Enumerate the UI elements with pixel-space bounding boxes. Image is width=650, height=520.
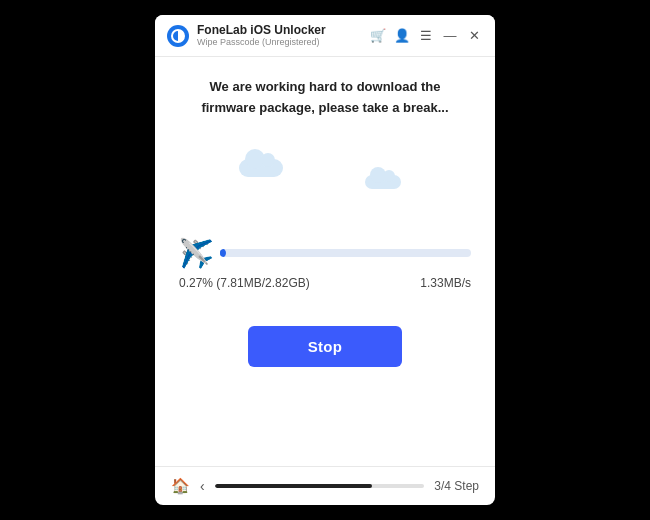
progress-dot [220,249,226,257]
progress-stats: 0.27% (7.81MB/2.82GB) 1.33MB/s [179,276,471,290]
airplane-icon: ✈️ [179,237,214,270]
footer: 🏠 ‹ 3/4 Step [155,466,495,505]
title-bar-left: FoneLab iOS Unlocker Wipe Passcode (Unre… [167,23,326,48]
speed-label: 1.33MB/s [420,276,471,290]
home-icon[interactable]: 🏠 [171,477,190,495]
person-icon[interactable]: 👤 [393,27,411,45]
minimize-button[interactable]: — [441,27,459,45]
heading-text: We are working hard to download thefirmw… [201,77,448,119]
cart-icon[interactable]: 🛒 [369,27,387,45]
airplane-row: ✈️ [179,237,471,270]
main-content: We are working hard to download thefirmw… [155,57,495,466]
clouds-decoration [179,147,471,227]
app-icon-inner [171,29,185,43]
back-icon[interactable]: ‹ [200,478,205,494]
close-button[interactable]: ✕ [465,27,483,45]
stop-button[interactable]: Stop [248,326,403,367]
footer-progress-fill [215,484,372,488]
cloud-icon-1 [239,159,283,177]
step-label: 3/4 Step [434,479,479,493]
cloud-icon-2 [365,175,401,189]
app-icon [167,25,189,47]
menu-icon[interactable]: ☰ [417,27,435,45]
progress-track [220,249,471,257]
title-bar-right: 🛒 👤 ☰ — ✕ [369,27,483,45]
title-bar: FoneLab iOS Unlocker Wipe Passcode (Unre… [155,15,495,57]
footer-progress-track [215,484,425,488]
app-window: FoneLab iOS Unlocker Wipe Passcode (Unre… [155,15,495,505]
app-title: FoneLab iOS Unlocker [197,23,326,37]
app-subtitle: Wipe Passcode (Unregistered) [197,37,326,48]
progress-label: 0.27% (7.81MB/2.82GB) [179,276,310,290]
title-info: FoneLab iOS Unlocker Wipe Passcode (Unre… [197,23,326,48]
progress-area: ✈️ 0.27% (7.81MB/2.82GB) 1.33MB/s [179,237,471,290]
